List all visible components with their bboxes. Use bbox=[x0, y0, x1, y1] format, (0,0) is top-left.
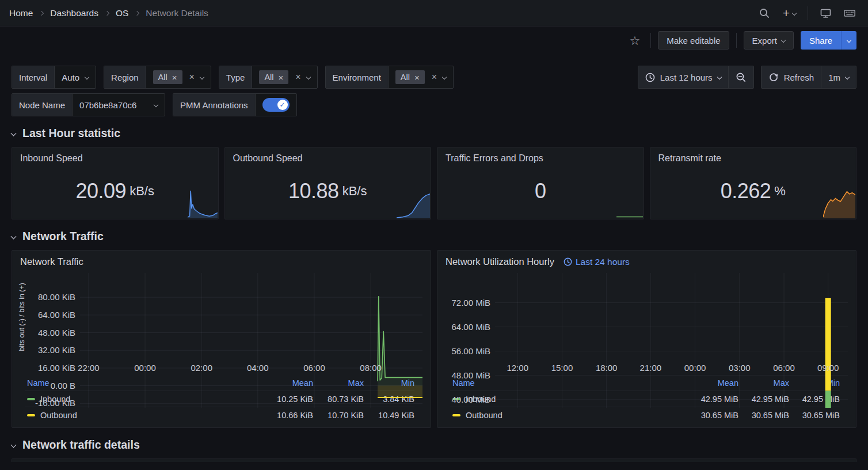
legend-row: Outbound30.65 MiB30.65 MiB30.65 MiB bbox=[450, 407, 840, 423]
region-select[interactable]: All × × bbox=[146, 66, 211, 88]
y-tick-label: 64.00 KiB bbox=[38, 310, 75, 320]
panel-title[interactable]: Network Utilization Hourly bbox=[446, 256, 554, 267]
toggle-knob: ✓ bbox=[277, 100, 288, 110]
panel-title[interactable]: Retransmit rate bbox=[650, 147, 856, 164]
x-tick-label: 15:00 bbox=[545, 363, 579, 373]
region-label: Region bbox=[104, 66, 146, 88]
close-icon[interactable]: × bbox=[279, 73, 284, 82]
y-tick-label: -16.00 KiB bbox=[35, 398, 75, 408]
dashboard-controls: Interval Auto Region All × × Type All bbox=[0, 54, 868, 116]
stat-panel-outbound-speed: Outbound Speed 10.88 kB/s bbox=[224, 147, 432, 219]
share-button[interactable]: Share bbox=[801, 31, 841, 50]
stat-panel-retransmit-rate: Retransmit rate 0.262 % bbox=[650, 147, 857, 219]
chevron-down-icon bbox=[11, 234, 17, 240]
y-axis-label: bits out (-) / bits in (+) bbox=[17, 273, 27, 361]
time-range-button[interactable]: Last 12 hours bbox=[638, 66, 728, 88]
make-editable-button[interactable]: Make editable bbox=[658, 31, 729, 50]
series-swatch-icon bbox=[452, 414, 460, 416]
refresh-interval-select[interactable]: 1m bbox=[821, 66, 856, 88]
refresh-button[interactable]: Refresh bbox=[762, 66, 821, 88]
search-icon[interactable] bbox=[755, 4, 774, 22]
section-network-traffic-details[interactable]: Network traffic details bbox=[0, 438, 868, 452]
monitor-icon[interactable] bbox=[816, 4, 835, 22]
interval-label: Interval bbox=[12, 66, 55, 88]
section-title: Network traffic details bbox=[22, 438, 140, 452]
y-tick-label: 48.00 KiB bbox=[38, 328, 75, 338]
close-icon[interactable]: × bbox=[172, 73, 177, 82]
x-tick-label: 02:00 bbox=[184, 363, 219, 373]
chart-panels-row: Network Traffic bits out (-) / bits in (… bbox=[0, 250, 868, 428]
y-tick-label: 80.00 KiB bbox=[38, 292, 75, 302]
pmm-annotations-label: PMM Annotations bbox=[173, 94, 256, 116]
x-tick-label: 09:00 bbox=[811, 363, 846, 373]
export-button[interactable]: Export bbox=[744, 31, 794, 50]
x-tick-label: 03:00 bbox=[722, 363, 757, 373]
toolbar-divider bbox=[736, 33, 737, 48]
breadcrumb-home[interactable]: Home bbox=[9, 8, 33, 18]
legend-value: 30.65 MiB bbox=[738, 411, 789, 420]
star-icon[interactable]: ☆ bbox=[626, 33, 644, 48]
time-range-value: Last 12 hours bbox=[660, 73, 713, 82]
y-tick-label: 48.00 MiB bbox=[451, 370, 490, 380]
nav-divider bbox=[808, 6, 808, 20]
clear-icon[interactable]: × bbox=[295, 73, 300, 82]
network-utilization-panel: Network Utilization Hourly Last 24 hours… bbox=[437, 250, 856, 428]
interval-variable: Interval Auto bbox=[12, 66, 96, 89]
add-menu-button[interactable]: + bbox=[779, 4, 800, 22]
x-axis-ticks: 22:0000:0002:0004:0006:0008:00 bbox=[80, 361, 422, 374]
chevron-down-icon bbox=[154, 103, 158, 107]
series-name[interactable]: Outbound bbox=[40, 411, 77, 420]
stat-value: 20.09 bbox=[76, 179, 127, 203]
stat-panels-row: Inbound Speed 20.09 kB/s Outbound Speed … bbox=[0, 147, 868, 219]
share-menu-button[interactable] bbox=[841, 31, 856, 50]
environment-select[interactable]: All × × bbox=[389, 66, 453, 88]
section-last-hour-statistic[interactable]: Last Hour statistic bbox=[0, 127, 868, 140]
environment-chip: All × bbox=[395, 70, 425, 84]
sparkline bbox=[188, 191, 218, 218]
next-panel-edge bbox=[12, 458, 856, 462]
chart-plot-area[interactable] bbox=[495, 273, 848, 361]
section-title: Network Traffic bbox=[22, 230, 104, 243]
panel-title[interactable]: Outbound Speed bbox=[225, 147, 431, 164]
breadcrumb-separator-icon bbox=[105, 10, 109, 15]
region-variable: Region All × × bbox=[104, 66, 211, 89]
interval-select[interactable]: Auto bbox=[55, 66, 96, 88]
type-chip: All × bbox=[259, 70, 288, 84]
y-axis-ticks: 72.00 MiB64.00 MiB56.00 MiB48.00 MiB40.0… bbox=[442, 273, 495, 361]
x-tick-label: 12:00 bbox=[500, 363, 535, 373]
node-name-select[interactable]: 07b6be8a70c6 bbox=[73, 94, 165, 116]
close-icon[interactable]: × bbox=[414, 73, 420, 82]
legend-value: 10.66 KiB bbox=[262, 411, 313, 420]
panel-title[interactable]: Network Traffic bbox=[20, 256, 83, 267]
type-select[interactable]: All × × bbox=[252, 66, 317, 88]
chevron-down-icon bbox=[442, 75, 447, 79]
y-axis-ticks: 80.00 KiB64.00 KiB48.00 KiB32.00 KiB16.0… bbox=[27, 273, 80, 361]
chart-plot-area[interactable] bbox=[80, 273, 422, 361]
dashboard-toolbar: ☆ Make editable Export Share bbox=[0, 26, 868, 54]
region-chip-value: All bbox=[158, 73, 167, 82]
series-name[interactable]: Outbound bbox=[466, 411, 502, 420]
breadcrumb-dashboards[interactable]: Dashboards bbox=[50, 8, 98, 18]
section-network-traffic[interactable]: Network Traffic bbox=[0, 230, 868, 243]
clear-icon[interactable]: × bbox=[189, 73, 195, 82]
breadcrumb-os[interactable]: OS bbox=[116, 8, 128, 18]
x-tick-label: 22:00 bbox=[71, 363, 106, 373]
x-tick-label: 18:00 bbox=[589, 363, 624, 373]
panel-title[interactable]: Traffic Errors and Drops bbox=[437, 147, 644, 164]
x-tick-label: 00:00 bbox=[128, 363, 162, 373]
panel-title[interactable]: Inbound Speed bbox=[12, 147, 218, 164]
panel-time-range[interactable]: Last 24 hours bbox=[564, 257, 630, 267]
sparkline bbox=[823, 187, 855, 218]
clear-icon[interactable]: × bbox=[432, 73, 437, 82]
type-chip-value: All bbox=[264, 73, 273, 82]
zoom-out-icon[interactable] bbox=[729, 66, 753, 88]
keyboard-icon[interactable] bbox=[840, 4, 859, 22]
type-label: Type bbox=[219, 66, 253, 88]
refresh-icon bbox=[768, 72, 779, 82]
chevron-down-icon bbox=[845, 75, 850, 79]
x-tick-label: 06:00 bbox=[767, 363, 801, 373]
pmm-annotations-toggle[interactable]: ✓ bbox=[262, 98, 290, 112]
stat-value: 0.262 bbox=[721, 179, 771, 203]
toolbar-divider bbox=[650, 33, 651, 48]
breadcrumb-current-page: Network Details bbox=[146, 8, 208, 18]
